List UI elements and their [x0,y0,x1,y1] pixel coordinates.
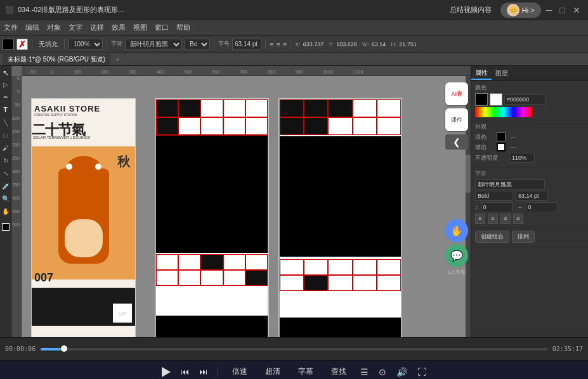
tab-properties[interactable]: 属性 [471,67,492,80]
menu-object[interactable]: 对象 [47,23,61,32]
speed-btn[interactable]: 倍速 [228,365,251,378]
type-tool[interactable]: T [1,106,10,115]
poster-card-1[interactable]: ASAKII STORE CREATIVE SUPPLY STATION 二十节… [31,98,136,337]
search-btn[interactable]: 查找 [327,365,350,378]
canvas-content[interactable]: ASAKII STORE CREATIVE SUPPLY STATION 二十节… [22,76,471,337]
hd-btn[interactable]: 超清 [261,365,284,378]
scale-tool[interactable]: ⤡ [1,170,10,179]
align-right-btn[interactable]: ≡ [500,214,511,224]
fill-swatch[interactable] [497,132,506,141]
font-family-dropdown[interactable]: 新叶明月雅黑 [125,39,182,50]
new-tab-btn[interactable]: ＋ [114,55,121,64]
sep4 [214,39,214,49]
align-left-icon[interactable]: ≡ [270,41,273,48]
opacity-input[interactable] [509,153,535,163]
maximize-btn[interactable]: □ [558,5,568,15]
line-tool[interactable]: ╲ [1,119,10,128]
progress-handle[interactable] [61,345,67,352]
poster-equinox: SOLAR TERMS(VER.) EQUINOX [33,136,90,139]
expand-panel-btn[interactable]: ❮ [445,134,468,150]
arrange-btn[interactable]: 排列 [512,231,535,243]
poster-number: 007 [34,271,53,285]
font-name-input[interactable] [475,179,545,190]
subtitle-btn[interactable]: 字幕 [294,365,317,378]
grid-cell [223,100,245,117]
align-row: ≡ ≡ ≡ ≡ [475,214,584,224]
ai-summary-btn[interactable]: 总结视频内容 [443,4,498,16]
grid-cell [328,275,352,291]
grid-cell [280,100,304,117]
menu-help[interactable]: 帮助 [176,23,190,32]
menu-effect[interactable]: 效果 [112,23,126,32]
stroke-row: 描边 — [475,143,584,151]
grid-card-2[interactable] [155,98,269,337]
circle-btn[interactable]: ⊙ [379,367,386,377]
rect-tool[interactable]: □ [1,132,10,141]
fill-value: — [511,134,516,140]
ai-hong-btn[interactable]: AI香 [445,82,468,105]
color-section: 颜色 [471,81,588,120]
ai-tools-panel: AI香 课件 ❮ ✋ 💬 1人学车 [445,82,469,276]
window-title: 034.-02排版思路及图形的表现形... [18,5,440,15]
font-size-input[interactable] [232,39,261,50]
hex-color-input[interactable] [504,94,546,105]
rotate-tool[interactable]: ↻ [1,157,10,166]
tracking-input[interactable] [526,202,558,212]
grid-card-3[interactable] [278,98,402,337]
prev-btn[interactable]: ⏮ [181,367,189,376]
selection-tool[interactable]: ↖ [1,68,10,77]
play-btn[interactable] [162,367,171,377]
align-center-btn[interactable]: ≡ [488,214,498,224]
menu-text[interactable]: 文字 [69,23,82,32]
grid-cell [156,100,178,117]
zoom-tool[interactable]: 🔍 [1,195,10,204]
color-fill-swatch[interactable] [2,223,10,231]
eyedropper-tool[interactable]: 💉 [1,183,10,191]
menu-edit[interactable]: 编辑 [25,23,39,32]
font-style-input[interactable] [475,191,513,201]
next-btn[interactable]: ⏭ [199,367,207,376]
font-name-row [475,179,584,190]
menu-view[interactable]: 视图 [133,23,147,32]
align-right-icon[interactable]: ≡ [283,41,287,48]
color-swatch-white[interactable] [490,93,502,106]
font-style-dropdown[interactable]: Bold [185,39,210,50]
fullscreen-btn[interactable]: ⛶ [417,367,426,377]
line-height-input[interactable] [481,202,513,212]
canvas-area[interactable]: -50 0 100 200 300 400 500 600 700 800 90… [11,66,471,337]
menu-window[interactable]: 窗口 [155,23,169,32]
tab-layers[interactable]: 图层 [492,68,512,79]
line-height-row: ↕ ↔ [475,202,584,212]
fill-color[interactable] [3,39,14,50]
hand-tool-btn[interactable]: ✋ [445,219,468,242]
grid-cell [200,117,223,135]
store-text: ASAKII STORE [34,104,100,113]
volume-btn[interactable]: 🔊 [396,367,407,377]
menu-select[interactable]: 选择 [90,23,104,32]
progress-bar[interactable] [41,348,547,350]
menu-file[interactable]: 文件 [4,23,18,32]
tab-document[interactable]: 未标题-1*@ 50% (RGB/GPU 预览) [3,54,110,65]
grid-cell [353,275,377,291]
stroke-color[interactable]: ✗ [16,39,28,50]
minimize-btn[interactable]: ─ [544,5,555,15]
align-justify-btn[interactable]: ≡ [513,214,523,224]
color-gradient-bar[interactable] [475,107,532,117]
stroke-swatch[interactable] [497,143,506,151]
course-material-btn[interactable]: 课件 [445,108,468,131]
chat-btn[interactable]: 💬 [445,244,468,267]
brush-tool[interactable]: 🖌 [1,145,10,153]
hi-btn[interactable]: 😊 Hi > [500,3,541,18]
align-left-btn[interactable]: ≡ [475,214,485,224]
bottom-bar-card [156,316,268,337]
create-group-btn[interactable]: 创建组合 [475,231,509,243]
align-center-icon[interactable]: ≡ [276,41,280,48]
list-btn[interactable]: ☰ [360,367,369,377]
pen-tool[interactable]: ✒ [1,94,10,103]
hand-tool[interactable]: ✋ [1,208,10,217]
close-btn[interactable]: ✕ [570,5,583,15]
color-swatch-black[interactable] [475,93,488,106]
font-size-input-panel[interactable] [516,191,547,201]
zoom-dropdown[interactable]: 100% 50% [69,39,103,50]
direct-select-tool[interactable]: ▷ [1,81,10,90]
